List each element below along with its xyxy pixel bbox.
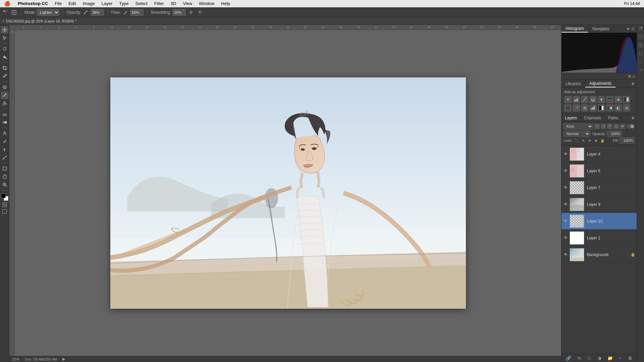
hand-tool[interactable]: [1, 173, 8, 180]
black-white-adj[interactable]: [623, 96, 630, 103]
add-layer-style-btn[interactable]: fx: [576, 355, 582, 361]
menu-select[interactable]: Select: [132, 1, 151, 6]
canvas-inner[interactable]: [15, 30, 561, 356]
smoothing-input[interactable]: [172, 9, 186, 16]
filter-pixel-icon[interactable]: □: [594, 124, 600, 129]
screen-mode-btn[interactable]: [2, 209, 7, 214]
layer-visibility-toggle[interactable]: 👁: [563, 202, 568, 207]
color-picker[interactable]: [1, 193, 8, 201]
pen-tool[interactable]: [1, 138, 8, 145]
channels-tab[interactable]: Channels: [581, 114, 605, 122]
color-lookup-adj[interactable]: ⊞: [581, 104, 588, 112]
threshold-adj[interactable]: [598, 104, 605, 112]
gradient-map-adj[interactable]: [606, 104, 613, 112]
layer-visibility-toggle[interactable]: 👁: [563, 235, 568, 240]
new-group-btn[interactable]: 📁: [606, 355, 614, 361]
dodge-tool[interactable]: [1, 130, 8, 137]
menu-layer[interactable]: Layer: [98, 1, 116, 6]
panel-menu-icon[interactable]: ☰: [631, 26, 635, 31]
menu-type[interactable]: Type: [116, 1, 132, 6]
selection-tool[interactable]: [1, 34, 8, 42]
symmetry-icon[interactable]: [197, 9, 203, 16]
lock-paint-btn[interactable]: ✎: [581, 138, 586, 143]
filter-smart-icon[interactable]: ✦: [620, 124, 625, 129]
new-adjustment-layer-btn[interactable]: ◑: [596, 355, 602, 361]
libraries-tab[interactable]: Libraries: [561, 80, 585, 87]
vibrance-adj[interactable]: ▼: [598, 96, 605, 103]
photo-filter-adj[interactable]: ⬛: [564, 104, 572, 112]
settings-icon[interactable]: ⚙: [188, 9, 195, 16]
apple-menu[interactable]: 🍎: [0, 1, 14, 7]
shape-tool[interactable]: [1, 165, 8, 172]
text-tool[interactable]: T: [1, 146, 8, 153]
menu-image[interactable]: Image: [79, 1, 98, 6]
brush-tool[interactable]: [1, 92, 8, 99]
menu-window[interactable]: Window: [196, 1, 218, 6]
magic-wand-tool[interactable]: [1, 53, 8, 61]
grid-icon[interactable]: [638, 43, 643, 49]
menu-3d[interactable]: 3D: [167, 1, 180, 6]
layers-menu-icon[interactable]: ▶: [632, 116, 635, 120]
fill-value-input[interactable]: [620, 137, 635, 143]
layer-visibility-toggle[interactable]: 👁: [563, 152, 568, 157]
layer-filter-select[interactable]: Kind: [564, 123, 593, 129]
delete-layer-btn[interactable]: 🗑: [627, 355, 634, 361]
selective-color-adj[interactable]: ◐: [614, 104, 622, 112]
layers-tab[interactable]: Layers: [561, 114, 581, 122]
brush-options-icon[interactable]: [11, 9, 17, 16]
filter-type-icon[interactable]: T: [607, 124, 612, 129]
artboard-icon[interactable]: [638, 51, 643, 57]
layer-row[interactable]: 👁 Layer 7: [561, 179, 637, 196]
panel-expand-icon[interactable]: ▶: [627, 26, 630, 31]
properties-icon[interactable]: [638, 35, 643, 40]
flow-input[interactable]: [130, 9, 144, 16]
opacity-input[interactable]: [91, 9, 104, 16]
adj-menu-icon[interactable]: ▶: [632, 81, 635, 86]
posterize-adj[interactable]: [589, 104, 597, 112]
lock-transparent-btn[interactable]: ⬛: [574, 138, 580, 143]
eraser-tool[interactable]: [1, 111, 8, 118]
menu-filter[interactable]: Filter: [151, 1, 167, 6]
lock-all-btn[interactable]: 🔒: [600, 138, 605, 143]
status-arrow[interactable]: ▶: [62, 357, 65, 361]
invert-adj[interactable]: ⊖: [623, 104, 630, 112]
layer-row[interactable]: 👁 Background 🔒: [561, 246, 637, 263]
link-layers-btn[interactable]: 🔗: [565, 355, 573, 361]
layer-row[interactable]: 👁 Layer 4: [561, 146, 637, 163]
clone-stamp-tool[interactable]: [1, 100, 8, 107]
layer-row[interactable]: 👁 Layer 9: [561, 196, 637, 213]
healing-tool[interactable]: [1, 83, 8, 91]
brightness-contrast-adj[interactable]: ☀: [564, 96, 572, 103]
layer-visibility-toggle[interactable]: 👁: [563, 185, 568, 190]
opacity-value-input[interactable]: [607, 131, 622, 137]
font-icon[interactable]: A: [638, 60, 643, 65]
lock-artboard-btn[interactable]: ⊕: [593, 138, 599, 143]
histogram-tab[interactable]: Histogram: [561, 25, 588, 33]
curves-adj[interactable]: [581, 96, 588, 103]
channel-mixer-adj[interactable]: [573, 104, 580, 112]
new-layer-btn[interactable]: +: [618, 355, 623, 361]
navigator-tab[interactable]: Navigator: [588, 25, 614, 33]
menu-file[interactable]: File: [51, 1, 65, 6]
menu-edit[interactable]: Edit: [65, 1, 79, 6]
app-name[interactable]: Photoshop CC: [14, 1, 51, 6]
tab-close-btn[interactable]: ✕: [2, 19, 5, 23]
lock-move-btn[interactable]: ✛: [587, 138, 592, 143]
adjustments-tab[interactable]: Adjustments: [585, 80, 616, 87]
zoom-tool[interactable]: [1, 181, 8, 188]
filter-toggle[interactable]: [627, 124, 635, 129]
layer-row[interactable]: 👁 Layer 6: [561, 163, 637, 179]
levels-adj[interactable]: [573, 96, 580, 103]
eyedropper-tool[interactable]: [1, 72, 8, 80]
mode-select[interactable]: Lighten: [37, 9, 59, 16]
hsl-adj[interactable]: [606, 96, 613, 103]
layer-visibility-toggle[interactable]: 👁: [563, 168, 568, 173]
add-mask-btn[interactable]: ◻: [586, 355, 592, 361]
brush-preset-icon[interactable]: [638, 68, 643, 74]
layer-row-active[interactable]: 👁 Layer 10: [561, 213, 637, 230]
lasso-tool[interactable]: [1, 45, 8, 53]
panel-icon-2[interactable]: ≡: [633, 74, 635, 79]
color-theme-icon[interactable]: [638, 26, 643, 32]
quick-mask-btn[interactable]: [2, 202, 7, 207]
move-tool[interactable]: [1, 26, 8, 34]
